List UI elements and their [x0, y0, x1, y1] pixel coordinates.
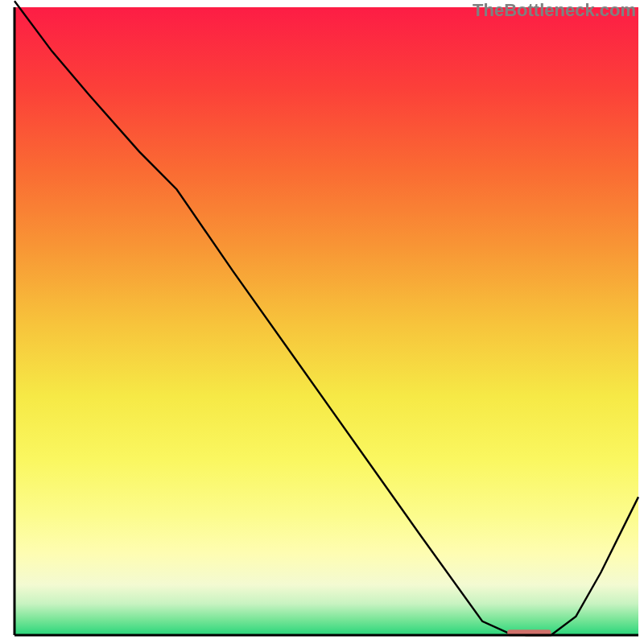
bottleneck-chart — [0, 0, 644, 644]
chart-background — [14, 7, 638, 635]
watermark-text: TheBottleneck.com — [473, 0, 636, 21]
